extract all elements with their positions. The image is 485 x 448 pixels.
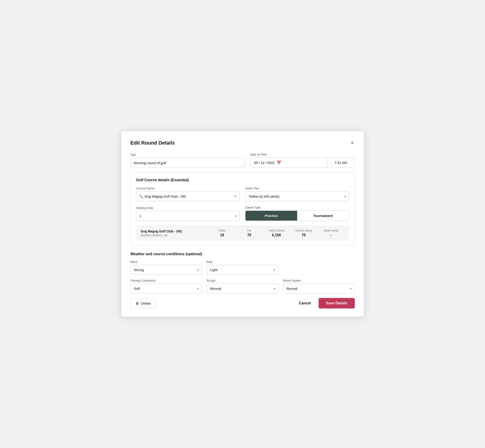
delete-label: Delete bbox=[141, 301, 151, 305]
golf-course-title: Golf Course details (Essential) bbox=[136, 178, 349, 182]
rain-group: Rain NoneLightModerateHeavy ▾ bbox=[207, 260, 278, 275]
rain-wrap: NoneLightModerateHeavy ▾ bbox=[207, 265, 278, 275]
fairway-dropdown[interactable]: SoftNormalHard bbox=[130, 284, 202, 293]
rain-dropdown[interactable]: NoneLightModerateHeavy bbox=[207, 265, 278, 275]
green-speed-label: Green Speed bbox=[283, 279, 355, 282]
save-button[interactable]: Save Details bbox=[319, 298, 355, 308]
game-type-toggle: Practice Tournament bbox=[245, 211, 349, 221]
rain-label: Rain bbox=[207, 260, 278, 264]
course-name-label: Course Name bbox=[136, 187, 240, 190]
footer-row: 🗑 Delete Cancel Save Details bbox=[130, 298, 355, 308]
course-rating-label: Course rating bbox=[295, 229, 312, 232]
clear-icon[interactable]: ✕ bbox=[234, 194, 237, 199]
rough-group: Rough SoftNormalHard ▾ bbox=[207, 279, 278, 293]
edit-round-modal: Edit Round Details × Title Date & Time 0… bbox=[121, 131, 364, 317]
slope-rating-label: Slope rating bbox=[323, 229, 338, 232]
course-search-wrap: 🔍 ✕ bbox=[136, 192, 240, 201]
par-value: 70 bbox=[247, 233, 251, 237]
wind-rain-row: Wind NoneLightModerateStrong ▾ Rain None… bbox=[130, 260, 355, 275]
green-speed-dropdown[interactable]: SlowNormalFast bbox=[283, 284, 355, 293]
select-tee-dropdown[interactable]: Yellow (6,156 yards) White (6,500 yards)… bbox=[245, 192, 349, 201]
wind-wrap: NoneLightModerateStrong ▾ bbox=[130, 265, 202, 275]
modal-header: Edit Round Details × bbox=[130, 140, 355, 146]
select-tee-group: Select Tee Yellow (6,156 yards) White (6… bbox=[245, 187, 349, 201]
hole-gametype-row: Starting Hole 1234 5678 910 ▾ Game Type … bbox=[136, 206, 349, 221]
course-name-group: Course Name 🔍 ✕ bbox=[136, 187, 240, 201]
course-name-input[interactable] bbox=[136, 192, 240, 201]
weather-section: Weather and course conditions (optional)… bbox=[130, 252, 355, 293]
green-speed-group: Green Speed SlowNormalFast ▾ bbox=[283, 279, 355, 293]
course-info-location: Shelford Bottom, UK bbox=[141, 233, 209, 237]
wind-dropdown[interactable]: NoneLightModerateStrong bbox=[130, 265, 202, 275]
footer-right: Cancel Save Details bbox=[295, 298, 355, 308]
practice-button[interactable]: Practice bbox=[245, 211, 297, 221]
course-tee-row: Course Name 🔍 ✕ Select Tee Yellow (6,156… bbox=[136, 187, 349, 201]
course-stat-par: Par 70 bbox=[236, 229, 263, 237]
select-tee-wrap: Yellow (6,156 yards) White (6,500 yards)… bbox=[245, 192, 349, 201]
starting-hole-wrap: 1234 5678 910 ▾ bbox=[136, 211, 240, 221]
course-info-name-block: Gog Magog Golf Club - Old, Shelford Bott… bbox=[141, 230, 209, 237]
wind-group: Wind NoneLightModerateStrong ▾ bbox=[130, 260, 202, 275]
tournament-button[interactable]: Tournament bbox=[297, 211, 349, 221]
course-stat-rating: Course rating 70 bbox=[290, 229, 317, 237]
golf-course-section: Golf Course details (Essential) Course N… bbox=[130, 172, 355, 246]
course-info-name: Gog Magog Golf Club - Old, bbox=[141, 230, 209, 233]
rough-dropdown[interactable]: SoftNormalHard bbox=[207, 284, 278, 293]
title-label: Title bbox=[130, 153, 245, 157]
par-label: Par bbox=[247, 229, 251, 232]
wind-label: Wind bbox=[130, 260, 202, 264]
search-icon: 🔍 bbox=[139, 194, 143, 199]
yards-label: Yards(Yellow) bbox=[268, 229, 285, 232]
fairway-group: Fairway Conditions SoftNormalHard ▾ bbox=[130, 279, 202, 293]
trash-icon: 🗑 bbox=[136, 301, 139, 305]
game-type-label: Game Type bbox=[245, 206, 349, 209]
green-speed-wrap: SlowNormalFast ▾ bbox=[283, 284, 355, 293]
date-time-widget: 05 / 12 / 2021 📅 7:31 AM bbox=[251, 158, 355, 168]
calendar-icon: 📅 bbox=[277, 160, 281, 165]
fairway-rough-green-row: Fairway Conditions SoftNormalHard ▾ Roug… bbox=[130, 279, 355, 293]
title-input[interactable] bbox=[130, 158, 245, 168]
select-tee-label: Select Tee bbox=[245, 187, 349, 190]
weather-title: Weather and course conditions (optional) bbox=[130, 252, 355, 256]
title-group: Title bbox=[130, 153, 245, 168]
yards-value: 6,156 bbox=[272, 233, 281, 237]
time-value: 7:31 AM bbox=[334, 161, 347, 165]
modal-title: Edit Round Details bbox=[130, 140, 175, 146]
fairway-wrap: SoftNormalHard ▾ bbox=[130, 284, 202, 293]
cancel-button[interactable]: Cancel bbox=[295, 298, 315, 308]
course-info-bar: Gog Magog Golf Club - Old, Shelford Bott… bbox=[136, 225, 349, 241]
title-datetime-row: Title Date & Time 05 / 12 / 2021 📅 7:31 … bbox=[130, 153, 355, 168]
datetime-group: Date & Time 05 / 12 / 2021 📅 7:31 AM bbox=[251, 153, 355, 168]
course-rating-value: 70 bbox=[302, 233, 306, 237]
time-part[interactable]: 7:31 AM bbox=[327, 158, 355, 168]
starting-hole-label: Starting Hole bbox=[136, 206, 240, 210]
holes-label: Holes bbox=[218, 229, 226, 232]
course-stat-yards: Yards(Yellow) 6,156 bbox=[263, 229, 290, 237]
starting-hole-group: Starting Hole 1234 5678 910 ▾ bbox=[136, 206, 240, 221]
rough-wrap: SoftNormalHard ▾ bbox=[207, 284, 278, 293]
date-part[interactable]: 05 / 12 / 2021 📅 bbox=[251, 158, 327, 168]
datetime-label: Date & Time bbox=[251, 153, 355, 156]
slope-rating-value: - bbox=[330, 233, 331, 237]
fairway-label: Fairway Conditions bbox=[130, 279, 202, 282]
course-stat-slope: Slope rating - bbox=[317, 229, 344, 237]
holes-value: 18 bbox=[220, 233, 224, 237]
date-value: 05 / 12 / 2021 bbox=[254, 161, 275, 165]
game-type-group: Game Type Practice Tournament bbox=[245, 206, 349, 221]
delete-button[interactable]: 🗑 Delete bbox=[130, 298, 156, 308]
rough-label: Rough bbox=[207, 279, 278, 282]
close-button[interactable]: × bbox=[350, 140, 355, 146]
course-stat-holes: Holes 18 bbox=[209, 229, 236, 237]
starting-hole-dropdown[interactable]: 1234 5678 910 bbox=[136, 211, 240, 221]
